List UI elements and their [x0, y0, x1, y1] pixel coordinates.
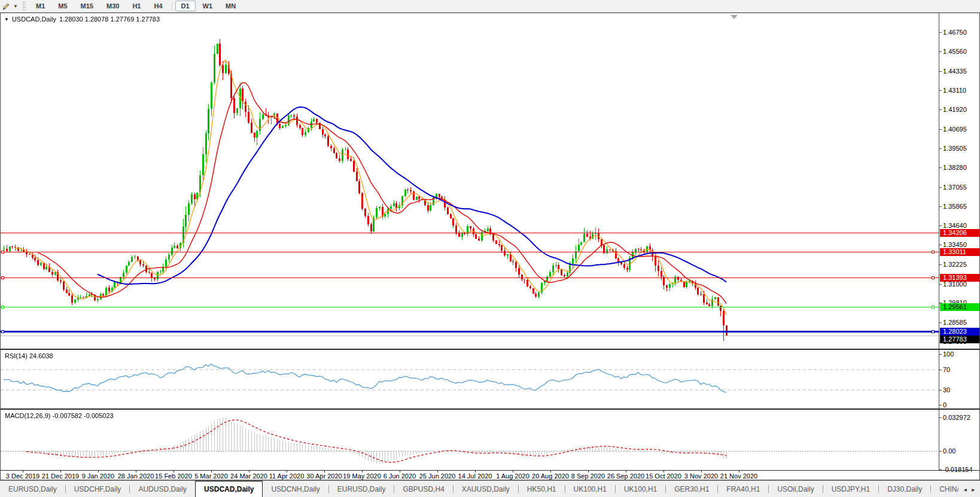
tab-scroll-arrows: ◂ ▸ — [958, 481, 980, 497]
horizontal-line-1.28023[interactable] — [1, 331, 939, 333]
chart-title: ▼ USDCAD,Daily 1.28030 1.28078 1.27769 1… — [4, 16, 160, 23]
chart-tab-hk50-h1[interactable]: HK50,H1 — [519, 481, 565, 497]
price-axis-tick — [939, 284, 942, 285]
macd-scale-label: 0.00 — [943, 447, 978, 455]
price-axis-tick — [939, 206, 942, 207]
date-label: 21 Nov 2020 — [716, 472, 762, 480]
price-axis-label: 1.44335 — [943, 68, 978, 75]
timeframe-button-m30[interactable]: M30 — [101, 1, 125, 11]
price-axis-label: 1.32225 — [943, 261, 978, 268]
rsi-scale-label: 30 — [943, 386, 978, 394]
chart-tab-ger30-h1[interactable]: GER30,H1 — [666, 481, 717, 497]
horizontal-line-1.31393[interactable] — [1, 278, 939, 278]
price-chart-canvas[interactable] — [1, 13, 939, 349]
chart-tab-bar: EURUSD,DailyUSDCHF,DailyAUDUSD,DailyUSDC… — [0, 480, 980, 497]
price-axis-label: 1.43110 — [943, 87, 978, 94]
line-handle[interactable] — [932, 251, 935, 254]
price-axis-tick — [939, 71, 942, 72]
line-handle[interactable] — [1, 251, 4, 254]
macd-label: MACD(12,26,9) -0.007582 -0.005023 — [5, 412, 114, 419]
rsi-scale-tick — [939, 354, 942, 355]
timeframe-button-w1[interactable]: W1 — [197, 1, 219, 11]
rsi-scale-tick — [939, 370, 942, 370]
chart-tab-gbpusd-h4[interactable]: GBPUSD,H4 — [394, 481, 452, 497]
rsi-scale-tick — [939, 405, 942, 405]
chart-tab-audusd-daily[interactable]: AUDUSD,Daily — [130, 481, 195, 497]
toolbar-grip-handle[interactable] — [23, 2, 26, 10]
price-tag-1.33011: 1.33011 — [940, 248, 979, 256]
price-axis-tick — [939, 245, 942, 245]
timeframe-button-h1[interactable]: H1 — [126, 1, 147, 11]
chart-tab-usdchf-daily[interactable]: USDCHF,Daily — [66, 481, 130, 497]
price-axis-label: 1.39505 — [943, 145, 978, 152]
chart-symbol-label: USDCAD,Daily — [12, 16, 56, 23]
horizontal-line-1.29561[interactable] — [1, 307, 939, 307]
draw-tool-dropdown-icon[interactable]: ▼ — [12, 4, 19, 9]
macd-canvas[interactable] — [1, 411, 939, 470]
timeframe-button-m15[interactable]: M15 — [75, 1, 99, 11]
line-handle[interactable] — [1, 306, 4, 309]
line-handle[interactable] — [1, 276, 4, 279]
timeframe-toolbar: M1M5M15M30H1H4D1W1MN — [29, 1, 242, 11]
date-axis: 3 Dec 201921 Dec 20199 Jan 202028 Jan 20… — [1, 470, 979, 480]
horizontal-line-1.34206[interactable] — [1, 233, 939, 233]
price-axis-label: 1.46750 — [943, 29, 978, 36]
timeframe-button-m5[interactable]: M5 — [52, 1, 73, 11]
price-axis-label: 1.40695 — [943, 126, 978, 133]
chart-tab-usdcad-daily[interactable]: USDCAD,Daily — [195, 480, 263, 497]
timeframe-button-d1[interactable]: D1 — [175, 1, 196, 11]
chart-tab-xauusd-daily[interactable]: XAUUSD,Daily — [454, 481, 518, 497]
timeframe-button-mn[interactable]: MN — [220, 1, 242, 11]
chart-tab-fra40-h1[interactable]: FRA40,H1 — [718, 481, 768, 497]
chart-tab-dj30-daily[interactable]: DJ30,Daily — [879, 481, 930, 497]
timeframe-button-h4[interactable]: H4 — [148, 1, 168, 11]
rsi-canvas[interactable] — [1, 351, 939, 408]
pane-separator[interactable] — [1, 408, 979, 410]
price-axis-tick — [939, 225, 942, 226]
chart-quote-values: 1.28030 1.28078 1.27769 1.27783 — [59, 16, 160, 23]
rsi-label: RSI(14) 24.6038 — [5, 352, 53, 359]
price-chart-pane: ▼ USDCAD,Daily 1.28030 1.28078 1.27769 1… — [1, 13, 939, 349]
macd-scale-label: 0.032972 — [943, 414, 978, 421]
chart-tab-usoil-daily[interactable]: USOil,Daily — [769, 481, 822, 497]
price-axis-label: 1.45560 — [943, 48, 978, 55]
chart-tab-uk100-h1[interactable]: UK100,H1 — [565, 481, 615, 497]
chart-tab-eurusd-daily[interactable]: EURUSD,Daily — [0, 481, 65, 497]
draw-tool-icon[interactable] — [0, 1, 12, 11]
macd-scale-label: -0.018154 — [943, 466, 978, 473]
horizontal-line-1.33011[interactable] — [1, 252, 939, 252]
line-handle[interactable] — [1, 330, 4, 333]
price-tag-1.29561: 1.29561 — [940, 303, 979, 311]
chart-shift-marker[interactable] — [731, 15, 738, 19]
line-handle[interactable] — [932, 330, 935, 333]
line-handle[interactable] — [932, 276, 935, 279]
pane-separator[interactable] — [1, 349, 979, 350]
price-axis-tick — [939, 32, 942, 33]
price-axis-label: 1.37055 — [943, 184, 978, 191]
rsi-scale-label: 0 — [943, 401, 978, 408]
price-axis-tick — [939, 167, 942, 168]
price-axis-label: 1.34640 — [943, 222, 978, 229]
price-axis-tick — [939, 109, 942, 110]
price-axis-label: 1.35865 — [943, 203, 978, 210]
price-axis-tick — [939, 51, 942, 52]
chart-tab-usdjpy-h1[interactable]: USDJPY,H1 — [823, 481, 878, 497]
rsi-scale-label: 70 — [943, 366, 978, 373]
price-tag-1.28023: 1.28023 — [940, 328, 979, 336]
price-axis-tick — [939, 322, 942, 323]
line-handle[interactable] — [932, 306, 935, 309]
timeframe-button-m1[interactable]: M1 — [30, 1, 51, 11]
chart-tab-uk100-h1[interactable]: UK100,H1 — [616, 481, 665, 497]
chart-title-caret-icon[interactable]: ▼ — [4, 17, 9, 22]
rsi-scale-label: 100 — [943, 350, 978, 358]
price-axis-label: 1.38280 — [943, 164, 978, 171]
macd-scale-tick — [939, 417, 942, 418]
rsi-pane: RSI(14) 24.6038 — [1, 351, 939, 408]
macd-pane: MACD(12,26,9) -0.007582 -0.005023 — [1, 411, 939, 470]
chart-window: ▼ USDCAD,Daily 1.28030 1.28078 1.27769 1… — [0, 13, 980, 480]
toolbar-divider — [172, 2, 172, 11]
chart-tab-usdcnh-daily[interactable]: USDCNH,Daily — [263, 481, 328, 497]
chart-tab-eurusd-daily[interactable]: EURUSD,Daily — [329, 481, 394, 497]
tab-scroll-left-icon[interactable]: ◂ — [964, 486, 967, 493]
tab-scroll-right-icon[interactable]: ▸ — [972, 486, 975, 493]
